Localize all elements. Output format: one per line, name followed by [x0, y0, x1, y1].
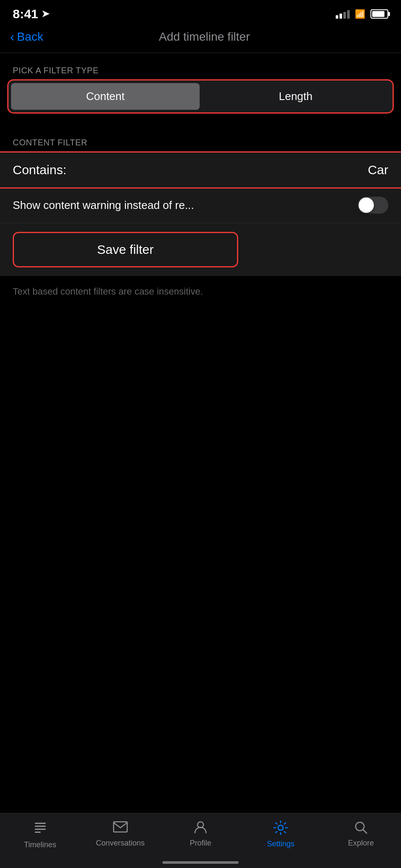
- profile-icon: [193, 820, 208, 836]
- explore-icon: [354, 820, 368, 836]
- tab-profile[interactable]: Profile: [160, 820, 240, 848]
- back-chevron-icon: ‹: [10, 30, 14, 44]
- filter-type-header: PICK A FILTER TYPE: [0, 53, 401, 81]
- save-filter-button[interactable]: Save filter: [13, 232, 238, 267]
- page-title: Add timeline filter: [43, 30, 365, 44]
- wifi-icon: 📶: [355, 9, 365, 19]
- profile-label: Profile: [189, 839, 211, 848]
- contains-value: Car: [368, 163, 388, 177]
- length-filter-tab[interactable]: Length: [201, 83, 390, 110]
- settings-icon: [273, 820, 288, 837]
- timelines-label: Timelines: [24, 840, 56, 849]
- battery-icon: [370, 9, 388, 19]
- content-warning-toggle[interactable]: [358, 197, 388, 214]
- contains-row-wrapper: Contains: Car: [0, 153, 401, 187]
- tab-timelines[interactable]: Timelines: [0, 820, 80, 849]
- tab-settings[interactable]: Settings: [241, 820, 321, 849]
- svg-point-6: [278, 825, 283, 830]
- save-filter-container: Save filter: [0, 223, 401, 276]
- tab-bar: Timelines Conversations Profile Settings: [0, 813, 401, 868]
- content-filter-header: CONTENT FILTER: [0, 125, 401, 153]
- contains-row[interactable]: Contains: Car: [0, 153, 401, 187]
- svg-rect-0: [35, 823, 46, 824]
- nav-bar: ‹ Back Add timeline filter: [0, 25, 401, 53]
- conversations-icon: [113, 820, 128, 836]
- svg-rect-4: [114, 822, 127, 832]
- signal-strength-icon: [336, 9, 350, 19]
- filter-type-segment: Content Length: [8, 81, 393, 112]
- svg-point-7: [356, 822, 364, 831]
- toggle-knob: [359, 198, 374, 213]
- main-content: PICK A FILTER TYPE Content Length CONTEN…: [0, 53, 401, 307]
- content-filter-section: CONTENT FILTER Contains: Car Show conten…: [0, 125, 401, 307]
- tab-conversations[interactable]: Conversations: [80, 820, 160, 848]
- explore-label: Explore: [348, 839, 374, 848]
- svg-rect-1: [35, 826, 46, 827]
- location-icon: ➤: [42, 8, 49, 19]
- toggle-label: Show content warning instead of re...: [13, 199, 358, 212]
- svg-line-8: [363, 830, 367, 833]
- contains-label: Contains:: [13, 163, 67, 177]
- tab-explore[interactable]: Explore: [321, 820, 401, 848]
- back-button[interactable]: ‹ Back: [10, 30, 43, 44]
- svg-rect-3: [35, 832, 41, 833]
- content-filter-tab[interactable]: Content: [11, 83, 200, 110]
- status-bar: 8:41 ➤ 📶: [0, 0, 401, 25]
- settings-label: Settings: [267, 840, 295, 849]
- svg-rect-2: [35, 829, 46, 830]
- info-text: Text based content filters are case inse…: [0, 276, 401, 307]
- status-icons: 📶: [336, 9, 388, 19]
- timelines-icon: [33, 820, 47, 838]
- home-indicator: [162, 861, 239, 864]
- content-warning-toggle-row: Show content warning instead of re...: [0, 187, 401, 223]
- back-label: Back: [17, 30, 43, 44]
- status-time: 8:41 ➤: [13, 7, 49, 21]
- conversations-label: Conversations: [96, 839, 145, 848]
